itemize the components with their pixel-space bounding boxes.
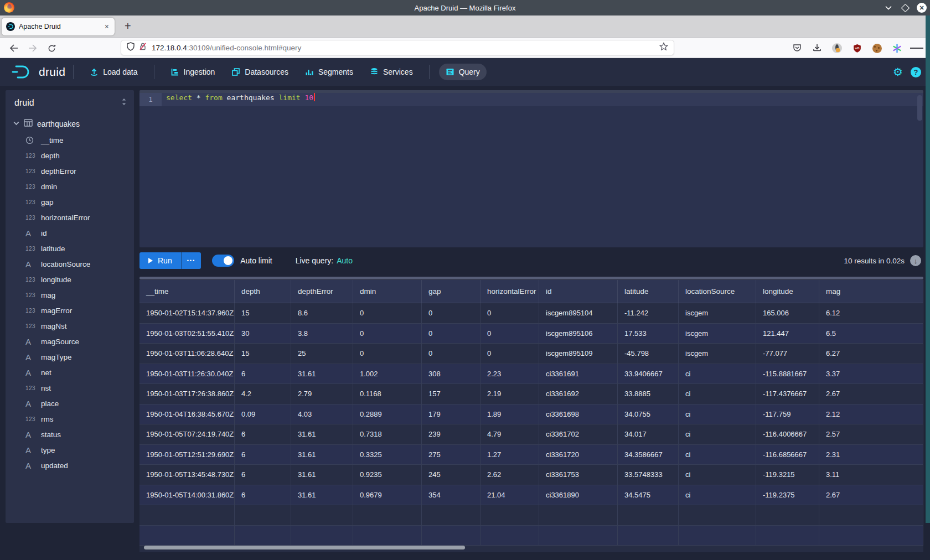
table-cell[interactable]: 2.23: [480, 364, 539, 384]
table-cell[interactable]: 3.8: [291, 324, 353, 344]
table-cell[interactable]: 2.12: [819, 405, 923, 424]
sidebar-column-type[interactable]: Atype: [6, 442, 134, 458]
sidebar-column-nst[interactable]: 123nst: [6, 380, 134, 396]
table-cell[interactable]: 1950-01-05T14:00:31.860Z: [140, 485, 235, 505]
tab-close-icon[interactable]: ×: [104, 22, 110, 31]
sidebar-column-depth[interactable]: 123depth: [6, 148, 134, 163]
forward-icon[interactable]: [25, 41, 40, 55]
table-cell[interactable]: 8.6: [291, 303, 353, 323]
table-cell[interactable]: 0: [422, 303, 480, 323]
url-bar[interactable]: 172.18.0.4:30109/unified-console.html#qu…: [121, 40, 674, 55]
cookie-extension-icon[interactable]: [870, 42, 884, 55]
nav-item-load-data[interactable]: Load data: [83, 64, 144, 80]
query-editor[interactable]: 1 select * from earthquakes limit 10: [140, 90, 923, 247]
table-cell[interactable]: ci: [679, 445, 756, 465]
table-cell[interactable]: 3.11: [819, 465, 923, 485]
table-cell[interactable]: 1950-01-03T02:51:55.410Z: [140, 324, 235, 344]
table-cell[interactable]: 6.5: [819, 324, 923, 344]
sql-text[interactable]: select * from earthquakes limit 10: [166, 93, 315, 106]
table-cell[interactable]: 4.2: [235, 384, 291, 404]
column-header-depthError[interactable]: depthError: [291, 280, 353, 303]
sidebar-column-dmin[interactable]: 123dmin: [6, 179, 134, 194]
table-cell[interactable]: 31.61: [291, 485, 353, 505]
table-cell[interactable]: -115.8881667: [756, 364, 819, 384]
column-header-__time[interactable]: __time: [140, 280, 235, 303]
sidebar-column-magSource[interactable]: AmagSource: [6, 334, 134, 349]
table-cell[interactable]: 0.7318: [353, 424, 422, 444]
sidebar-column-__time[interactable]: __time: [6, 132, 134, 148]
table-cell[interactable]: 1950-01-04T16:38:45.670Z: [140, 405, 235, 424]
table-cell[interactable]: 31.61: [291, 445, 353, 465]
table-cell[interactable]: iscgem895109: [539, 344, 618, 364]
nav-item-services[interactable]: Services: [363, 64, 420, 80]
column-header-horizontalError[interactable]: horizontalError: [480, 280, 539, 303]
downloads-icon[interactable]: [810, 42, 824, 55]
table-cell[interactable]: ci3361691: [539, 364, 618, 384]
window-maximize-icon[interactable]: [900, 3, 910, 13]
sidebar-column-magError[interactable]: 123magError: [6, 303, 134, 318]
table-cell[interactable]: 1950-01-03T17:26:38.860Z: [140, 384, 235, 404]
nav-item-segments[interactable]: Segments: [298, 64, 360, 80]
table-cell[interactable]: 0.2889: [353, 405, 422, 424]
table-cell[interactable]: 1950-01-05T12:51:29.690Z: [140, 445, 235, 465]
nav-item-ingestion[interactable]: Ingestion: [164, 64, 222, 80]
auto-limit-toggle[interactable]: [212, 255, 234, 267]
table-cell[interactable]: ci3361753: [539, 465, 618, 485]
table-cell[interactable]: 2.57: [819, 424, 923, 444]
table-cell[interactable]: 2.31: [819, 445, 923, 465]
table-cell[interactable]: 25: [291, 344, 353, 364]
table-cell[interactable]: 0.09: [235, 405, 291, 424]
table-cell[interactable]: 33.8885: [618, 384, 679, 404]
table-cell[interactable]: 2.67: [819, 485, 923, 505]
table-cell[interactable]: -119.3215: [756, 465, 819, 485]
table-cell[interactable]: -117.4376667: [756, 384, 819, 404]
table-cell[interactable]: ci: [679, 465, 756, 485]
table-cell[interactable]: 31.61: [291, 465, 353, 485]
sidebar-column-depthError[interactable]: 123depthError: [6, 163, 134, 179]
table-cell[interactable]: 2.79: [291, 384, 353, 404]
table-cell[interactable]: 6: [235, 424, 291, 444]
tracking-shield-icon[interactable]: [127, 42, 135, 53]
table-cell[interactable]: 17.533: [618, 324, 679, 344]
table-cell[interactable]: 2.67: [819, 384, 923, 404]
sort-columns-icon[interactable]: [121, 98, 127, 108]
table-cell[interactable]: ci: [679, 364, 756, 384]
table-cell[interactable]: 0: [422, 344, 480, 364]
table-cell[interactable]: 157: [422, 384, 480, 404]
table-cell[interactable]: 239: [422, 424, 480, 444]
sidebar-column-rms[interactable]: 123rms: [6, 411, 134, 427]
table-cell[interactable]: 31.61: [291, 424, 353, 444]
table-cell[interactable]: 1950-01-05T07:24:19.740Z: [140, 424, 235, 444]
table-cell[interactable]: 6: [235, 364, 291, 384]
table-cell[interactable]: 4.79: [480, 424, 539, 444]
help-icon[interactable]: ?: [911, 67, 921, 77]
chevron-down-icon[interactable]: [13, 119, 20, 129]
table-cell[interactable]: ci: [679, 384, 756, 404]
table-cell[interactable]: 179: [422, 405, 480, 424]
table-cell[interactable]: 165.006: [756, 303, 819, 323]
new-tab-button[interactable]: +: [121, 20, 135, 33]
sidebar-column-place[interactable]: Aplace: [6, 396, 134, 411]
table-cell[interactable]: 1.89: [480, 405, 539, 424]
column-header-depth[interactable]: depth: [235, 280, 291, 303]
sidebar-column-status[interactable]: Astatus: [6, 427, 134, 442]
table-cell[interactable]: -117.759: [756, 405, 819, 424]
table-cell[interactable]: 0: [353, 344, 422, 364]
table-cell[interactable]: ci3361698: [539, 405, 618, 424]
page-scrollbar[interactable]: [926, 15, 930, 523]
sidebar-column-longitude[interactable]: 123longitude: [6, 272, 134, 287]
table-cell[interactable]: ci3361692: [539, 384, 618, 404]
editor-scrollbar[interactable]: [917, 95, 922, 121]
table-cell[interactable]: 31.61: [291, 364, 353, 384]
table-cell[interactable]: 6: [235, 485, 291, 505]
table-cell[interactable]: 30: [235, 324, 291, 344]
table-cell[interactable]: 6: [235, 445, 291, 465]
table-cell[interactable]: 0: [422, 324, 480, 344]
table-cell[interactable]: 21.04: [480, 485, 539, 505]
table-cell[interactable]: 2.62: [480, 465, 539, 485]
insecure-lock-icon[interactable]: [139, 42, 147, 53]
table-cell[interactable]: ci: [679, 405, 756, 424]
sidebar-column-magNst[interactable]: 123magNst: [6, 318, 134, 334]
table-cell[interactable]: 121.447: [756, 324, 819, 344]
window-close-icon[interactable]: ×: [917, 3, 927, 13]
